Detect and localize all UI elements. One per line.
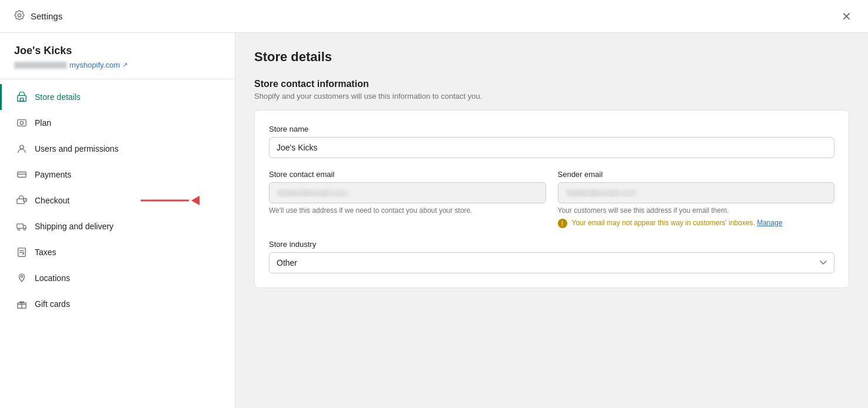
payments-icon bbox=[16, 169, 28, 180]
checkout-icon bbox=[16, 195, 28, 206]
svg-point-14 bbox=[21, 276, 23, 278]
store-industry-group: Store industry Other Apparel & Accessori… bbox=[269, 240, 834, 273]
contact-email-label: Store contact email bbox=[269, 170, 546, 179]
contact-email-hint: We'll use this address if we need to con… bbox=[269, 206, 546, 215]
top-bar-left: Settings bbox=[14, 10, 62, 22]
contact-email-group: Store contact email We'll use this addre… bbox=[269, 170, 546, 228]
close-button[interactable]: ✕ bbox=[839, 8, 854, 25]
store-url-domain[interactable]: myshopify.com bbox=[69, 61, 120, 69]
store-contact-section: Store contact information Shopify and yo… bbox=[254, 79, 849, 288]
store-name-label: Store name bbox=[269, 125, 834, 133]
contact-email-input[interactable] bbox=[269, 182, 546, 203]
sender-email-input[interactable] bbox=[558, 182, 835, 203]
manage-link[interactable]: Manage bbox=[757, 219, 782, 227]
sidebar-nav: Store details Plan bbox=[0, 84, 235, 317]
warning-icon: ! bbox=[558, 219, 567, 228]
sidebar-item-locations[interactable]: Locations bbox=[0, 265, 235, 291]
svg-rect-5 bbox=[18, 172, 26, 178]
sidebar-item-users-label: Users and permissions bbox=[35, 144, 221, 153]
store-url-row: myshopify.com ↗ bbox=[14, 61, 221, 69]
taxes-icon bbox=[16, 246, 28, 258]
top-bar: Settings ✕ bbox=[0, 0, 868, 33]
store-details-card: Store name Store contact email We'll use… bbox=[254, 110, 849, 288]
users-icon bbox=[16, 143, 28, 155]
locations-icon bbox=[16, 272, 28, 284]
sidebar-item-payments-label: Payments bbox=[35, 170, 221, 179]
sender-warning-box: ! Your email may not appear this way in … bbox=[558, 218, 835, 228]
svg-rect-1 bbox=[20, 98, 23, 101]
store-name-group: Store name bbox=[269, 125, 834, 158]
main-content: Store details Store contact information … bbox=[235, 33, 868, 408]
sidebar-item-label: Store details bbox=[35, 92, 221, 102]
store-info: Joe's Kicks myshopify.com ↗ bbox=[0, 45, 235, 79]
plan-icon bbox=[16, 117, 28, 129]
gift-cards-icon bbox=[16, 298, 28, 310]
sender-email-label: Sender email bbox=[558, 170, 835, 179]
section-title: Store contact information bbox=[254, 79, 849, 89]
sidebar-item-taxes[interactable]: Taxes bbox=[0, 239, 235, 265]
store-name-input[interactable] bbox=[269, 137, 834, 158]
svg-rect-2 bbox=[18, 120, 26, 126]
sidebar-item-gift-cards-label: Gift cards bbox=[35, 299, 221, 309]
sidebar-item-plan-label: Plan bbox=[35, 118, 221, 128]
svg-rect-8 bbox=[17, 224, 24, 228]
sidebar: Joe's Kicks myshopify.com ↗ Store detail… bbox=[0, 33, 235, 408]
settings-title: Settings bbox=[31, 11, 62, 21]
sidebar-item-checkout[interactable]: Checkout bbox=[0, 188, 235, 213]
warning-text: Your email may not appear this way in cu… bbox=[572, 218, 783, 228]
store-industry-label: Store industry bbox=[269, 240, 834, 249]
sidebar-item-plan[interactable]: Plan bbox=[0, 110, 235, 136]
sidebar-item-users[interactable]: Users and permissions bbox=[0, 136, 235, 162]
sidebar-item-gift-cards[interactable]: Gift cards bbox=[0, 291, 235, 317]
sidebar-item-taxes-label: Taxes bbox=[35, 248, 221, 257]
sidebar-item-shipping[interactable]: Shipping and delivery bbox=[0, 213, 235, 239]
store-url-blur bbox=[14, 62, 67, 69]
sender-email-group: Sender email Your customers will see thi… bbox=[558, 170, 835, 228]
svg-point-3 bbox=[20, 121, 23, 124]
shipping-icon bbox=[16, 220, 28, 232]
sidebar-item-shipping-label: Shipping and delivery bbox=[35, 222, 221, 231]
svg-point-10 bbox=[24, 228, 25, 230]
sidebar-item-payments[interactable]: Payments bbox=[0, 162, 235, 188]
svg-point-9 bbox=[18, 228, 19, 230]
settings-gear-icon bbox=[14, 10, 25, 22]
sidebar-store-name: Joe's Kicks bbox=[14, 45, 221, 57]
email-row: Store contact email We'll use this addre… bbox=[269, 170, 834, 228]
sender-email-hint: Your customers will see this address if … bbox=[558, 206, 835, 215]
section-desc: Shopify and your customers will use this… bbox=[254, 92, 849, 101]
sidebar-item-store-details[interactable]: Store details bbox=[0, 84, 235, 110]
external-link-icon[interactable]: ↗ bbox=[122, 61, 128, 69]
main-layout: Joe's Kicks myshopify.com ↗ Store detail… bbox=[0, 33, 868, 408]
store-industry-select[interactable]: Other Apparel & Accessories Electronics … bbox=[269, 252, 834, 273]
checkout-arrow-indicator bbox=[141, 195, 199, 206]
page-title: Store details bbox=[254, 49, 849, 65]
sidebar-item-locations-label: Locations bbox=[35, 273, 221, 283]
store-icon bbox=[16, 91, 28, 103]
svg-point-4 bbox=[20, 145, 24, 149]
